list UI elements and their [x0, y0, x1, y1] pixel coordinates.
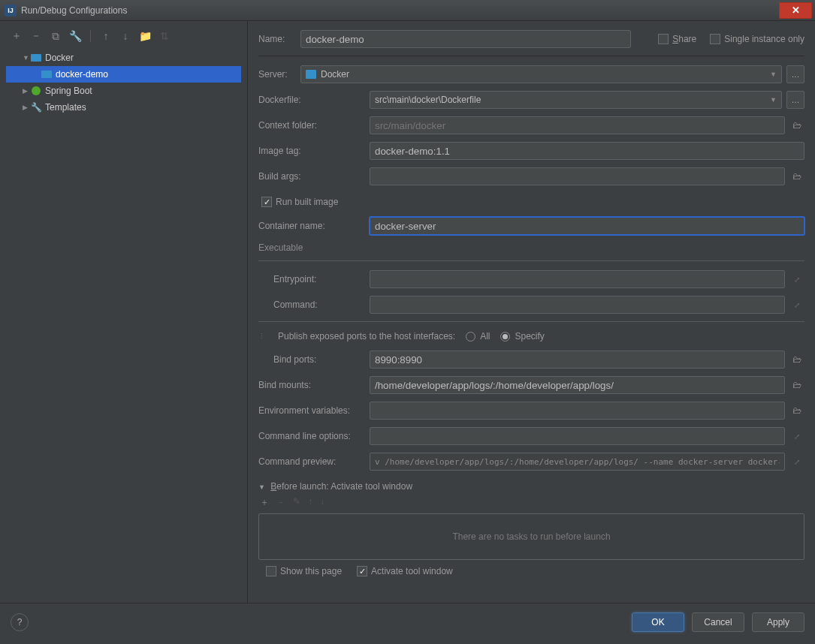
bind-ports-label: Bind ports: — [258, 354, 370, 365]
bind-mounts-input[interactable] — [370, 376, 785, 394]
remove-icon[interactable]: － — [276, 496, 285, 509]
server-label: Server: — [258, 69, 300, 80]
cli-options-input[interactable] — [370, 427, 785, 445]
bind-mounts-row: Bind mounts: 🗁 — [258, 376, 804, 394]
up-icon[interactable]: ↑ — [308, 496, 312, 509]
add-icon[interactable]: ＋ — [11, 30, 23, 42]
container-name-input[interactable] — [370, 217, 804, 235]
server-more-button[interactable]: … — [786, 65, 804, 83]
titlebar: IJ Run/Debug Configurations ✕ — [0, 0, 815, 21]
remove-icon[interactable]: － — [30, 30, 42, 42]
expand-icon[interactable]: ⤢ — [789, 275, 804, 284]
image-tag-input[interactable] — [370, 142, 804, 160]
server-select[interactable]: Docker ▼ — [300, 65, 782, 83]
single-instance-checkbox[interactable] — [710, 34, 720, 44]
dockerfile-value: src\main\docker\Dockerfile — [375, 95, 770, 105]
down-icon[interactable]: ↓ — [320, 496, 324, 509]
add-icon[interactable]: ＋ — [260, 496, 269, 509]
cli-options-row: Command line options: ⤢ — [258, 427, 804, 445]
before-launch-toolbar: ＋ － ✎ ↑ ↓ — [258, 492, 804, 513]
activate-window-label: Activate tool window — [371, 566, 453, 576]
tree-node-docker-demo[interactable]: docker-demo — [6, 66, 241, 83]
build-args-input[interactable] — [370, 167, 785, 185]
image-tag-label: Image tag: — [258, 146, 370, 156]
command-label: Command: — [258, 299, 370, 310]
folder-icon[interactable]: 🗁 — [789, 171, 804, 182]
tree-node-spring-boot[interactable]: ▶ Spring Boot — [6, 83, 241, 99]
env-vars-row: Environment variables: 🗁 — [258, 402, 804, 420]
folder-icon[interactable]: 🗁 — [789, 120, 804, 131]
publish-specify-option[interactable]: Specify — [500, 331, 544, 342]
publish-specify-label: Specify — [515, 331, 544, 342]
spring-icon — [30, 86, 42, 96]
command-input[interactable] — [370, 296, 785, 314]
copy-icon[interactable]: ⧉ — [50, 30, 62, 42]
folder-icon[interactable]: 🗁 — [789, 405, 804, 416]
context-label: Context folder: — [258, 120, 370, 131]
dockerfile-browse-button[interactable]: … — [786, 91, 804, 109]
run-built-label: Run built image — [276, 197, 338, 207]
app-icon: IJ — [5, 5, 17, 17]
expand-icon[interactable]: ⤢ — [789, 432, 804, 441]
publish-all-option[interactable]: All — [466, 331, 490, 342]
tree-node-docker[interactable]: ▼ Docker — [6, 50, 241, 66]
share-option[interactable]: Share — [658, 34, 696, 44]
folder-icon[interactable]: 🗁 — [789, 354, 804, 365]
expand-icon[interactable]: ⤢ — [789, 458, 804, 466]
activate-window-checkbox[interactable] — [357, 566, 367, 576]
show-page-option[interactable]: Show this page — [258, 566, 342, 576]
edit-icon[interactable]: ✎ — [293, 496, 300, 509]
name-input[interactable] — [300, 30, 631, 48]
tree-label: docker-demo — [56, 69, 108, 80]
env-vars-input[interactable] — [370, 402, 785, 420]
share-checkbox[interactable] — [658, 34, 669, 44]
folder-toolbar-icon[interactable]: 📁 — [139, 30, 151, 42]
bind-ports-input[interactable] — [370, 351, 785, 369]
server-value: Docker — [321, 69, 770, 80]
apply-button[interactable]: Apply — [752, 612, 804, 632]
command-row: Command: ⤢ — [258, 296, 804, 314]
single-instance-option[interactable]: Single instance only — [710, 34, 804, 44]
wrench-icon: 🔧 — [30, 102, 42, 113]
down-icon[interactable]: ↓ — [119, 30, 131, 42]
tree-node-templates[interactable]: ▶ 🔧 Templates — [6, 99, 241, 116]
before-launch-header[interactable]: ▼ Before launch: Activate tool window — [258, 481, 804, 492]
show-page-checkbox[interactable] — [266, 566, 276, 576]
tree-label: Spring Boot — [45, 86, 92, 96]
cli-options-label: Command line options: — [258, 431, 370, 441]
main-content: ＋ － ⧉ 🔧 ↑ ↓ 📁 ⇅ ▼ Docker docker-demo ▶ — [0, 21, 815, 603]
container-name-row: Container name: — [258, 217, 804, 235]
header-options: Share Single instance only — [658, 34, 804, 44]
separator — [90, 30, 91, 42]
close-button[interactable]: ✕ — [779, 2, 812, 19]
folder-icon[interactable]: 🗁 — [789, 380, 804, 390]
run-built-checkbox[interactable] — [261, 197, 272, 207]
cancel-button[interactable]: Cancel — [692, 612, 744, 632]
help-button[interactable]: ? — [11, 613, 29, 631]
radio-icon — [466, 332, 475, 342]
drag-handle-icon[interactable]: ⋮ — [258, 333, 263, 340]
context-input[interactable] — [370, 116, 785, 134]
settings-icon[interactable]: 🔧 — [69, 30, 81, 42]
radio-icon — [500, 332, 510, 342]
activate-window-option[interactable]: Activate tool window — [357, 566, 453, 576]
chevron-down-icon: ▼ — [23, 54, 30, 62]
preview-output — [370, 453, 785, 471]
name-row: Name: Share Single instance only — [258, 30, 804, 48]
context-row: Context folder: 🗁 — [258, 116, 804, 134]
before-launch-section: ▼ Before launch: Activate tool window ＋ … — [258, 481, 804, 576]
entrypoint-label: Entrypoint: — [258, 274, 370, 284]
publish-ports-label: Publish exposed ports to the host interf… — [278, 331, 455, 342]
up-icon[interactable]: ↑ — [100, 30, 112, 42]
collapse-icon[interactable]: ⇅ — [158, 30, 171, 42]
configurations-panel: ＋ － ⧉ 🔧 ↑ ↓ 📁 ⇅ ▼ Docker docker-demo ▶ — [0, 21, 248, 603]
publish-ports-row: ⋮ Publish exposed ports to the host inte… — [258, 331, 804, 342]
before-launch-tasks-box: There are no tasks to run before launch — [258, 513, 804, 560]
preview-row: Command preview: ⤢ — [258, 453, 804, 471]
ok-button[interactable]: OK — [632, 612, 684, 632]
empty-tasks-text: There are no tasks to run before launch — [452, 531, 610, 542]
caret-down-icon: ▼ — [770, 96, 777, 104]
dockerfile-select[interactable]: src\main\docker\Dockerfile ▼ — [370, 91, 782, 109]
expand-icon[interactable]: ⤢ — [789, 301, 804, 309]
entrypoint-input[interactable] — [370, 270, 785, 288]
